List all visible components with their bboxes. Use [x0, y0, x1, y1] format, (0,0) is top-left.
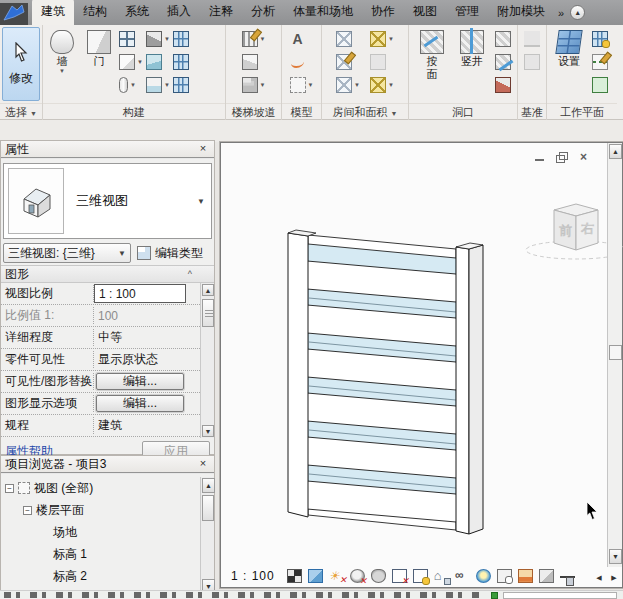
vg-edit-button[interactable]: 编辑...	[96, 373, 184, 390]
scrollbar-thumb[interactable]	[609, 345, 622, 360]
scroll-down-icon[interactable]: ▼	[202, 425, 214, 437]
ribbon-minimize-button[interactable]: ▲	[570, 5, 585, 20]
status-filter-box[interactable]	[503, 592, 617, 599]
workplane-viewer-icon[interactable]	[592, 77, 608, 93]
roof-dropdown-icon[interactable]: ▼	[164, 36, 170, 42]
scroll-up-icon[interactable]: ▲	[202, 284, 214, 296]
temporary-view-properties-icon[interactable]	[497, 569, 512, 583]
railing-icon[interactable]	[242, 31, 258, 47]
panel-label-opening[interactable]: 洞口	[409, 103, 517, 120]
scrollbar-thumb[interactable]	[202, 495, 214, 521]
ceiling-icon[interactable]	[146, 54, 162, 70]
dormer-opening-icon[interactable]	[495, 77, 511, 93]
railing-dropdown-icon[interactable]: ▼	[260, 36, 266, 42]
collapse-box-icon[interactable]: −	[5, 484, 14, 493]
vertical-scrollbar[interactable]: ▲ ▼	[607, 143, 622, 567]
edit-type-button[interactable]: 编辑类型	[135, 243, 212, 263]
tab-analyze[interactable]: 分析	[242, 0, 284, 25]
wall-opening-icon[interactable]	[495, 31, 511, 47]
tab-massing-site[interactable]: 体量和场地	[284, 0, 362, 25]
browser-title-bar[interactable]: 项目浏览器 - 项目3 ×	[1, 456, 214, 474]
model-text-icon[interactable]: A	[290, 31, 306, 47]
tree-item-floor-plans[interactable]: − 楼层平面	[1, 499, 214, 521]
tab-systems[interactable]: 系统	[116, 0, 158, 25]
tree-item-level-2[interactable]: 标高 2	[1, 565, 214, 587]
tree-item-site[interactable]: 场地	[1, 521, 214, 543]
stair-dropdown-icon[interactable]: ▼	[260, 82, 266, 88]
door-button[interactable]: 门	[82, 28, 116, 68]
show-analytical-model-icon[interactable]	[518, 569, 533, 583]
ramp-icon[interactable]	[242, 54, 258, 70]
revit-app-logo[interactable]	[0, 3, 28, 25]
modify-button[interactable]: 修改	[2, 27, 40, 101]
set-workplane-button[interactable]: 设置	[552, 28, 586, 68]
window-icon[interactable]	[119, 31, 135, 47]
scroll-up-icon[interactable]: ▲	[609, 144, 622, 159]
crop-view-icon[interactable]	[392, 569, 407, 583]
room-separator-icon[interactable]	[336, 54, 352, 70]
type-selector[interactable]: 三维视图 ▼	[3, 163, 212, 239]
tab-addins[interactable]: 附加模块	[488, 0, 554, 25]
parts-visibility-field[interactable]: 显示原状态	[94, 351, 200, 368]
column-dropdown-icon[interactable]: ▼	[130, 82, 136, 88]
roof-icon[interactable]	[146, 31, 162, 47]
show-workplane-icon[interactable]	[592, 31, 608, 47]
detail-level-field[interactable]: 中等	[94, 329, 200, 346]
detail-level-icon[interactable]	[287, 569, 302, 583]
group-header-graphics[interactable]: 图形 ^	[1, 266, 214, 283]
tag-room-dropdown-icon[interactable]: ▼	[354, 82, 360, 88]
pan-left-icon[interactable]: ◀	[593, 571, 605, 584]
model-group-dropdown-icon[interactable]: ▼	[308, 82, 314, 88]
view-scale-input[interactable]: 1 : 100	[94, 284, 186, 303]
column-icon[interactable]	[119, 77, 128, 93]
show-constraints-icon[interactable]	[560, 576, 575, 582]
model-line-icon[interactable]	[290, 54, 306, 70]
type-selector-dropdown-icon[interactable]: ▼	[197, 197, 211, 206]
tree-item-level-1[interactable]: 标高 1	[1, 543, 214, 565]
tab-annotate[interactable]: 注释	[200, 0, 242, 25]
scroll-up-icon[interactable]: ▲	[202, 478, 215, 493]
floor-dropdown-icon[interactable]: ▼	[164, 82, 170, 88]
render-dialog-icon[interactable]	[371, 569, 386, 583]
shaft-button[interactable]: 竖井	[455, 28, 489, 68]
properties-scrollbar[interactable]: ▲ ▼	[200, 283, 214, 438]
visual-style-icon[interactable]	[308, 569, 323, 583]
room-icon[interactable]	[336, 31, 352, 47]
curtain-system-icon[interactable]	[173, 31, 189, 47]
panel-label-datum[interactable]: 基准	[518, 103, 546, 120]
curtain-grid-icon[interactable]	[173, 54, 189, 70]
component-dropdown-icon[interactable]: ▼	[137, 59, 143, 65]
browser-close-icon[interactable]: ×	[196, 457, 210, 471]
tab-overflow-chevron-icon[interactable]: »	[558, 7, 564, 19]
tab-view[interactable]: 视图	[404, 0, 446, 25]
opening-by-face-button[interactable]: 按面	[415, 28, 449, 81]
graphic-display-edit-button[interactable]: 编辑...	[96, 395, 184, 412]
panel-label-model[interactable]: 模型	[282, 103, 321, 120]
tab-structure[interactable]: 结构	[74, 0, 116, 25]
properties-title-bar[interactable]: 属性 ×	[1, 141, 214, 159]
sun-path-icon[interactable]: ☀	[329, 569, 344, 583]
panel-label-stairs[interactable]: 楼梯坡道	[226, 103, 281, 120]
area-icon[interactable]	[370, 31, 386, 47]
highlight-displacement-sets-icon[interactable]	[539, 569, 554, 583]
panel-label-room-area[interactable]: 房间和面积 ▼	[322, 103, 408, 120]
panel-label-select[interactable]: 选择 ▼	[0, 103, 42, 120]
show-crop-region-icon[interactable]	[413, 569, 428, 583]
tag-area-icon[interactable]	[370, 77, 386, 93]
shadows-icon[interactable]	[350, 569, 365, 583]
wall-button[interactable]: 墙 ▼	[45, 28, 79, 74]
stair-icon[interactable]	[242, 77, 258, 93]
collapse-box-icon[interactable]: −	[23, 506, 32, 515]
pan-right-icon[interactable]: ▶	[608, 571, 620, 584]
properties-close-icon[interactable]: ×	[196, 142, 210, 156]
tab-insert[interactable]: 插入	[158, 0, 200, 25]
model-group-icon[interactable]	[290, 77, 306, 93]
scroll-down-icon[interactable]: ▼	[609, 549, 622, 564]
collapse-chevron-icon[interactable]: ^	[188, 269, 192, 279]
panel-label-workplane[interactable]: 工作平面	[547, 103, 617, 120]
discipline-field[interactable]: 建筑	[94, 417, 200, 434]
panel-label-build[interactable]: 构建	[43, 103, 225, 120]
tab-collaborate[interactable]: 协作	[362, 0, 404, 25]
browser-scrollbar[interactable]: ▲ ▼	[200, 477, 214, 595]
tab-manage[interactable]: 管理	[446, 0, 488, 25]
